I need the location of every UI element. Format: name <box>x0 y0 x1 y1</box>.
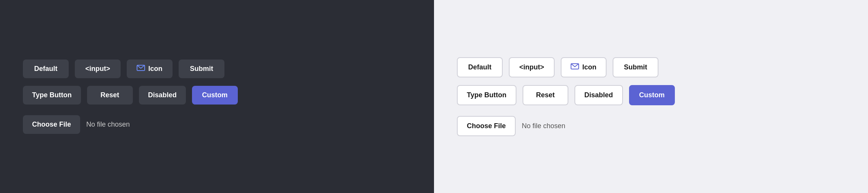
mail-icon <box>137 65 145 73</box>
light-custom-button[interactable]: Custom <box>629 85 675 105</box>
light-row-2: Type Button Reset Disabled Custom <box>457 85 675 105</box>
light-input-button[interactable]: <input> <box>509 57 555 77</box>
light-file-row: Choose File No file chosen <box>457 116 565 136</box>
dark-icon-button[interactable]: Icon <box>127 60 173 78</box>
dark-panel: Default <input> Icon Submit Type Button … <box>0 0 434 193</box>
light-submit-button[interactable]: Submit <box>613 57 658 77</box>
light-icon-button[interactable]: Icon <box>561 57 607 77</box>
dark-icon-label: Icon <box>148 65 162 73</box>
light-choose-file-label[interactable]: Choose File <box>457 116 516 136</box>
light-no-file-text: No file chosen <box>522 122 565 130</box>
light-reset-button[interactable]: Reset <box>523 85 568 105</box>
light-panel: Default <input> Icon Submit Type Button … <box>434 0 868 193</box>
dark-row-2: Type Button Reset Disabled Custom <box>23 86 238 105</box>
light-row-1: Default <input> Icon Submit <box>457 57 658 77</box>
light-disabled-button[interactable]: Disabled <box>574 85 623 105</box>
dark-input-button[interactable]: <input> <box>75 60 121 78</box>
dark-row-1: Default <input> Icon Submit <box>23 60 224 78</box>
light-type-button[interactable]: Type Button <box>457 85 516 105</box>
dark-file-row: Choose File No file chosen <box>23 115 130 134</box>
mail-icon-light <box>571 63 579 71</box>
dark-disabled-button[interactable]: Disabled <box>139 86 186 105</box>
dark-submit-button[interactable]: Submit <box>179 60 224 78</box>
dark-reset-button[interactable]: Reset <box>87 86 133 105</box>
light-icon-label: Icon <box>582 63 596 71</box>
dark-default-button[interactable]: Default <box>23 60 69 78</box>
dark-type-button[interactable]: Type Button <box>23 86 81 105</box>
light-default-button[interactable]: Default <box>457 57 503 77</box>
dark-no-file-text: No file chosen <box>86 121 130 129</box>
dark-choose-file-label[interactable]: Choose File <box>23 115 80 134</box>
dark-custom-button[interactable]: Custom <box>192 86 238 105</box>
